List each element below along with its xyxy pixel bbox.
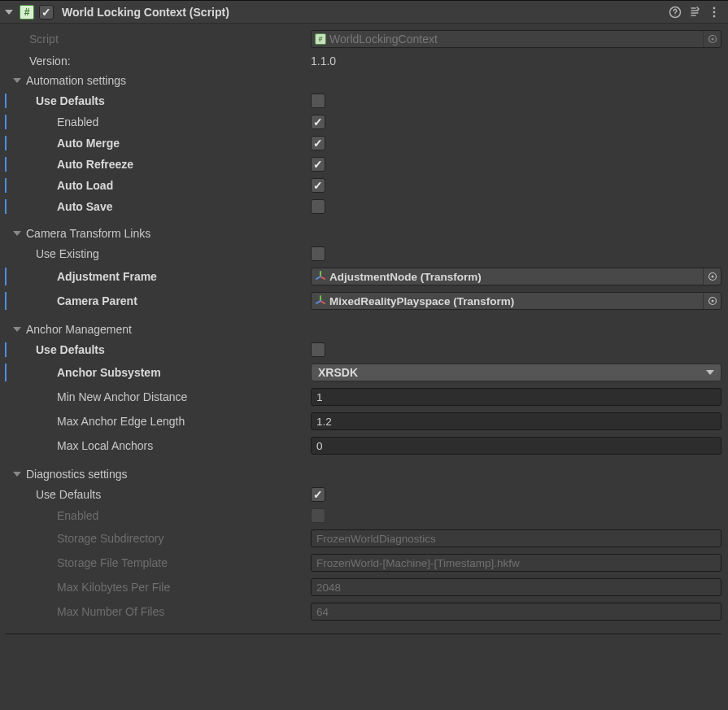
anchor-use-defaults-row: Use Defaults xyxy=(5,339,721,360)
automation-enabled-label: Enabled xyxy=(11,115,311,128)
foldout-caret-icon[interactable] xyxy=(5,10,13,15)
component-title: World Locking Context (Script) xyxy=(62,6,229,19)
chevron-down-icon xyxy=(13,231,21,236)
auto-merge-checkbox[interactable] xyxy=(311,136,325,150)
auto-refreeze-row: Auto Refreeze xyxy=(5,154,721,175)
context-menu-icon[interactable] xyxy=(707,5,721,20)
script-value: WorldLockingContext xyxy=(329,33,438,46)
script-field: # WorldLockingContext xyxy=(311,30,721,48)
auto-merge-label: Auto Merge xyxy=(11,137,311,150)
object-picker-button[interactable] xyxy=(703,268,721,285)
anchor-subsystem-row: Anchor Subsystem XRSDK xyxy=(5,360,721,385)
component-header[interactable]: # World Locking Context (Script) xyxy=(0,1,728,24)
version-value: 1.1.0 xyxy=(311,54,721,68)
auto-save-label: Auto Save xyxy=(11,200,311,213)
max-edge-field[interactable]: 1.2 xyxy=(311,412,721,430)
override-indicator xyxy=(5,178,7,193)
chevron-down-icon xyxy=(13,472,21,477)
auto-refreeze-checkbox[interactable] xyxy=(311,157,325,172)
svg-point-1 xyxy=(674,14,675,15)
override-indicator xyxy=(5,115,7,129)
anchor-title: Anchor Management xyxy=(26,323,132,336)
override-indicator xyxy=(5,364,7,381)
svg-point-4 xyxy=(713,15,716,17)
max-kb-row: Max Kilobytes Per File 2048 xyxy=(5,575,721,599)
transform-icon xyxy=(315,271,326,282)
automation-section-header[interactable]: Automation settings xyxy=(5,71,721,90)
csharp-script-icon: # xyxy=(20,5,34,20)
automation-use-defaults-checkbox[interactable] xyxy=(311,94,325,108)
storage-subdir-value: FrozenWorldDiagnostics xyxy=(316,533,436,545)
min-anchor-dist-field[interactable]: 1 xyxy=(311,388,721,406)
max-edge-value: 1.2 xyxy=(316,416,332,428)
svg-point-6 xyxy=(711,38,713,41)
storage-file-row: Storage File Template FrozenWorld-[Machi… xyxy=(5,551,721,575)
chevron-down-icon xyxy=(13,78,21,83)
diag-use-defaults-checkbox[interactable] xyxy=(311,487,325,502)
svg-point-3 xyxy=(713,11,716,13)
max-edge-row: Max Anchor Edge Length 1.2 xyxy=(5,409,721,433)
automation-use-defaults-row: Use Defaults xyxy=(5,90,721,111)
auto-merge-row: Auto Merge xyxy=(5,133,721,154)
max-kb-value: 2048 xyxy=(316,582,341,594)
auto-load-label: Auto Load xyxy=(11,179,311,192)
script-label: Script xyxy=(5,33,311,46)
anchor-use-defaults-label: Use Defaults xyxy=(11,343,311,356)
min-anchor-dist-row: Min New Anchor Distance 1 xyxy=(5,385,721,409)
diag-use-defaults-label: Use Defaults xyxy=(11,488,311,501)
storage-subdir-label: Storage Subdirectory xyxy=(11,532,311,545)
adjustment-frame-row: Adjustment Frame AdjustmentNode (Transfo… xyxy=(5,264,721,289)
automation-title: Automation settings xyxy=(26,74,126,87)
override-indicator xyxy=(5,157,7,172)
anchor-subsystem-label: Anchor Subsystem xyxy=(11,366,311,379)
camera-title: Camera Transform Links xyxy=(26,227,150,240)
anchor-subsystem-dropdown[interactable]: XRSDK xyxy=(311,364,721,381)
storage-file-value: FrozenWorld-[Machine]-[Timestamp].hkfw xyxy=(316,557,520,569)
auto-save-checkbox[interactable] xyxy=(311,199,325,214)
override-indicator xyxy=(5,94,7,108)
max-local-row: Max Local Anchors 0 xyxy=(5,433,721,458)
automation-enabled-row: Enabled xyxy=(5,111,721,133)
storage-subdir-row: Storage Subdirectory FrozenWorldDiagnost… xyxy=(5,526,721,551)
svg-point-2 xyxy=(713,7,716,9)
max-kb-label: Max Kilobytes Per File xyxy=(11,581,311,594)
override-indicator xyxy=(5,199,7,214)
diag-section-header[interactable]: Diagnostics settings xyxy=(5,464,721,484)
override-indicator xyxy=(5,136,7,150)
auto-load-checkbox[interactable] xyxy=(311,178,325,193)
adjustment-frame-label: Adjustment Frame xyxy=(11,270,311,283)
chevron-down-icon xyxy=(13,327,21,332)
override-indicator xyxy=(5,342,7,357)
camera-parent-label: Camera Parent xyxy=(11,294,311,307)
override-indicator xyxy=(5,268,7,285)
min-anchor-dist-value: 1 xyxy=(316,391,323,403)
storage-file-field: FrozenWorld-[Machine]-[Timestamp].hkfw xyxy=(311,554,721,572)
diag-enabled-checkbox xyxy=(311,508,325,523)
diag-enabled-row: Enabled xyxy=(5,505,721,526)
version-label: Version: xyxy=(5,54,311,68)
adjustment-frame-field[interactable]: AdjustmentNode (Transform) xyxy=(311,268,721,285)
storage-file-label: Storage File Template xyxy=(11,556,311,569)
component-body: Script # WorldLockingContext Version: 1.… xyxy=(0,24,728,642)
max-files-label: Max Number Of Files xyxy=(11,605,311,618)
diag-enabled-label: Enabled xyxy=(11,509,311,522)
max-local-field[interactable]: 0 xyxy=(311,437,721,455)
component-enabled-checkbox[interactable] xyxy=(39,5,54,20)
automation-enabled-checkbox[interactable] xyxy=(311,115,325,129)
object-picker-button[interactable] xyxy=(703,293,721,309)
auto-save-row: Auto Save xyxy=(5,196,721,217)
anchor-section-header[interactable]: Anchor Management xyxy=(5,320,721,339)
svg-point-8 xyxy=(711,276,713,278)
presets-icon[interactable] xyxy=(687,5,702,20)
camera-parent-field[interactable]: MixedRealityPlayspace (Transform) xyxy=(311,292,721,310)
min-anchor-dist-label: Min New Anchor Distance xyxy=(11,390,311,403)
max-files-row: Max Number Of Files 64 xyxy=(5,599,721,624)
max-local-value: 0 xyxy=(316,440,323,452)
anchor-use-defaults-checkbox[interactable] xyxy=(311,342,325,357)
camera-use-existing-checkbox[interactable] xyxy=(311,246,325,261)
diag-title: Diagnostics settings xyxy=(26,468,128,481)
help-icon[interactable] xyxy=(668,5,682,20)
object-picker-icon xyxy=(703,31,721,47)
camera-section-header[interactable]: Camera Transform Links xyxy=(5,224,721,243)
adjustment-frame-value: AdjustmentNode (Transform) xyxy=(329,271,482,283)
